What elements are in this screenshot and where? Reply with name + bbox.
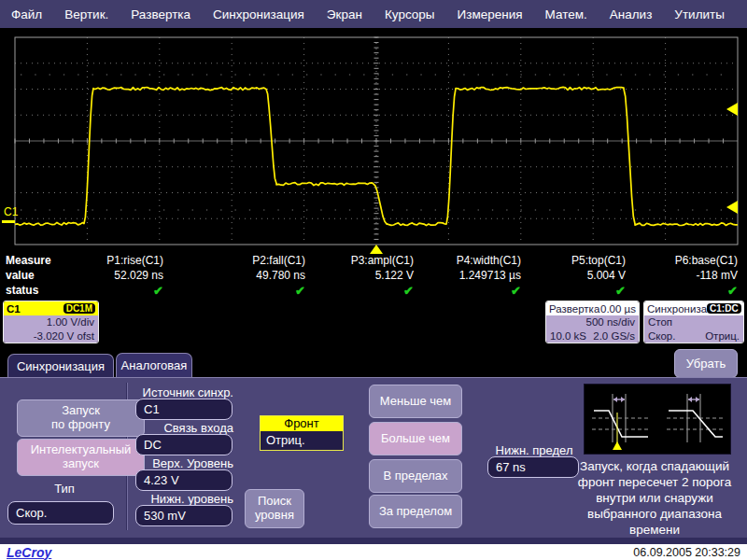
trigger-mode: Стоп: [648, 315, 740, 329]
lower-level-field[interactable]: 530 mV: [135, 505, 233, 526]
trigger-level-marker: [726, 201, 738, 214]
menu-item-2[interactable]: Развертка: [131, 7, 190, 21]
menu-item-9[interactable]: Утилиты: [674, 7, 725, 21]
condition-button-3[interactable]: За пределом: [369, 495, 462, 528]
trigger-level-marker: [726, 103, 738, 116]
measure-value-p2: 49.780 ns: [163, 269, 305, 282]
datetime: 06.09.2005 20:33:29: [633, 546, 740, 559]
source-label: Источник синхр.: [135, 385, 233, 399]
measure-measure-p5: P5:top(C1): [521, 254, 626, 267]
trigger-title: Синхрониза: [647, 303, 707, 315]
menu-item-0[interactable]: Файл: [11, 7, 42, 21]
measure-row-label: value: [6, 269, 56, 282]
status-check-icon: ✔: [305, 284, 414, 298]
oscilloscope-screen: ФайлВертик.РазверткаСинхронизацияЭкранКу…: [0, 0, 747, 560]
trigger-description: Запуск, когда спадающий фронт пересечет …: [566, 459, 743, 538]
measure-value-p6: -118 mV: [626, 269, 738, 282]
menu-item-7[interactable]: Матем.: [545, 7, 587, 21]
menu-item-8[interactable]: Анализ: [610, 7, 653, 21]
upper-level-label: Верх. Уровень: [135, 456, 233, 470]
dialog-tab-bar: Синхронизация Аналоговая: [0, 353, 747, 377]
timebase-descriptor[interactable]: Развертка 0.00 µs 500 ns/div 10.0 kS 2.0…: [545, 301, 640, 343]
menu-item-6[interactable]: Измерения: [458, 7, 523, 21]
measure-measure-p2: P2:fall(C1): [163, 254, 305, 267]
measure-table: MeasureP1:rise(C1)P2:fall(C1)P3:ampl(C1)…: [6, 253, 740, 298]
timebase-delay: 0.00 µs: [600, 303, 636, 315]
measure-value-p5: 5.004 V: [521, 269, 626, 282]
measure-value-p4: 1.249713 µs: [414, 269, 521, 282]
channel-offset: -3.020 V ofst: [7, 329, 94, 343]
status-check-icon: ✔: [56, 284, 163, 298]
edge-trigger-button[interactable]: Запуск по фронту: [17, 399, 145, 437]
timebase-scale: 500 ns/div: [550, 315, 635, 329]
status-check-icon: ✔: [521, 284, 626, 298]
channel-indicator-label: C1: [4, 205, 19, 218]
measure-measure-p6: P6:base(C1): [626, 254, 738, 267]
menu-item-1[interactable]: Вертик.: [64, 7, 108, 21]
tab-sync[interactable]: Синхронизация: [7, 354, 114, 377]
channel-scale: 1.00 V/div: [7, 315, 94, 329]
smart-trigger-button[interactable]: Интелектуальный запуск: [17, 439, 145, 476]
menu-bar: ФайлВертик.РазверткаСинхронизацияЭкранКу…: [0, 0, 747, 28]
measure-measure-p4: P4:width(C1): [414, 254, 521, 267]
panel-bottom-strip: [0, 538, 747, 544]
menu-item-5[interactable]: Курсоры: [385, 7, 435, 21]
measure-value-p3: 5.122 V: [305, 269, 414, 282]
slope-select[interactable]: Отриц.: [261, 431, 343, 450]
lecroy-logo: LeCroy: [7, 545, 51, 560]
channel-coupling-badge: DC1M: [63, 303, 95, 314]
measure-row-status: status✔✔✔✔✔✔: [6, 283, 740, 298]
trigger-type: Скор.: [648, 329, 675, 343]
measure-value-p1: 52.029 ns: [56, 269, 163, 282]
menu-item-4[interactable]: Экран: [327, 7, 362, 21]
tab-analog[interactable]: Аналоговая: [116, 353, 192, 377]
condition-button-2[interactable]: В пределах: [369, 459, 462, 493]
upper-level-field[interactable]: 4.23 V: [135, 469, 233, 491]
slope-label: Фронт: [261, 416, 343, 431]
menu-item-3[interactable]: Синхронизация: [213, 7, 304, 21]
trigger-descriptor[interactable]: Синхрониза C1:DC Стоп Скор. Отриц.: [643, 301, 744, 343]
measure-measure-p1: P1:rise(C1): [56, 254, 163, 267]
measure-row-measure: MeasureP1:rise(C1)P2:fall(C1)P3:ampl(C1)…: [6, 253, 740, 268]
coupling-select[interactable]: DC: [135, 434, 233, 455]
status-bar: LeCroy 06.09.2005 20:33:29: [0, 544, 747, 560]
source-select[interactable]: C1: [135, 399, 233, 420]
measure-measure-p3: P3:ampl(C1): [305, 254, 414, 267]
type-label: Тип: [9, 482, 120, 496]
measure-row-label: Measure: [6, 254, 56, 267]
limit-label: Нижн. предел: [489, 443, 579, 457]
timebase-rate: 2.0 GS/s: [593, 329, 635, 343]
trigger-slope: Отриц.: [705, 329, 740, 343]
condition-button-1[interactable]: Больше чем: [369, 422, 462, 455]
type-select[interactable]: Скор.: [7, 501, 114, 525]
status-check-icon: ✔: [626, 284, 738, 298]
lower-level-label: Нижн. уровень: [135, 492, 233, 506]
trigger-diagram: [584, 384, 731, 455]
timebase-samples: 10.0 kS: [550, 329, 586, 343]
status-check-icon: ✔: [163, 284, 305, 298]
slope-group[interactable]: Фронт Отриц.: [260, 415, 344, 451]
channel-name: C1: [7, 303, 21, 315]
timebase-title: Развертка: [549, 303, 599, 315]
coupling-label: Связь входа: [135, 421, 233, 435]
condition-button-0[interactable]: Меньше чем: [369, 385, 462, 418]
find-level-button[interactable]: Поиск уровня: [245, 489, 304, 528]
status-check-icon: ✔: [414, 284, 521, 298]
trigger-source-badge: C1:DC: [707, 303, 741, 314]
close-dialog-button[interactable]: Убрать: [674, 349, 738, 378]
measure-row-value: value52.029 ns49.780 ns5.122 V1.249713 µ…: [6, 268, 740, 283]
channel-c1-descriptor[interactable]: C1 DC1M 1.00 V/div -3.020 V ofst: [3, 301, 99, 343]
measure-row-label: status: [6, 284, 56, 297]
